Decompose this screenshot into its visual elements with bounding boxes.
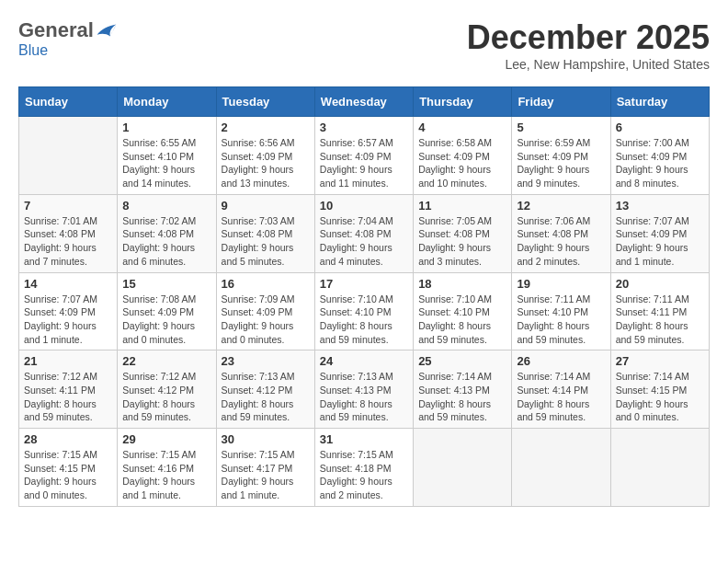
weekday-header-thursday: Thursday <box>414 87 512 117</box>
calendar-cell: 14Sunrise: 7:07 AMSunset: 4:09 PMDayligh… <box>19 272 118 350</box>
day-number: 14 <box>24 277 112 291</box>
calendar-cell: 1Sunrise: 6:55 AMSunset: 4:10 PMDaylight… <box>118 117 216 195</box>
day-info: Sunrise: 7:02 AMSunset: 4:08 PMDaylight:… <box>122 214 210 269</box>
day-info: Sunrise: 7:13 AMSunset: 4:13 PMDaylight:… <box>320 370 408 424</box>
day-info: Sunrise: 7:05 AMSunset: 4:08 PMDaylight:… <box>418 214 506 269</box>
day-number: 27 <box>616 354 704 368</box>
calendar-cell: 30Sunrise: 7:15 AMSunset: 4:17 PMDayligh… <box>216 429 314 507</box>
calendar-cell: 18Sunrise: 7:10 AMSunset: 4:10 PMDayligh… <box>414 272 512 350</box>
day-number: 25 <box>418 354 506 368</box>
day-info: Sunrise: 7:15 AMSunset: 4:15 PMDaylight:… <box>24 448 112 502</box>
title-block: December 2025 Lee, New Hampshire, United… <box>467 18 710 72</box>
location: Lee, New Hampshire, United States <box>467 57 710 72</box>
calendar-cell: 26Sunrise: 7:14 AMSunset: 4:14 PMDayligh… <box>512 350 610 429</box>
calendar-cell: 29Sunrise: 7:15 AMSunset: 4:16 PMDayligh… <box>118 429 216 507</box>
calendar-cell: 13Sunrise: 7:07 AMSunset: 4:09 PMDayligh… <box>610 194 709 272</box>
calendar-cell: 24Sunrise: 7:13 AMSunset: 4:13 PMDayligh… <box>314 350 413 429</box>
calendar-cell: 2Sunrise: 6:56 AMSunset: 4:09 PMDaylight… <box>216 117 314 195</box>
day-info: Sunrise: 7:14 AMSunset: 4:13 PMDaylight:… <box>418 370 506 424</box>
page-header: General Blue December 2025 Lee, New Hamp… <box>18 18 710 72</box>
logo-blue-text: Blue <box>18 42 48 59</box>
day-info: Sunrise: 7:11 AMSunset: 4:10 PMDaylight:… <box>517 293 605 347</box>
calendar-week-3: 14Sunrise: 7:07 AMSunset: 4:09 PMDayligh… <box>19 272 710 350</box>
day-number: 15 <box>122 277 210 291</box>
weekday-header-sunday: Sunday <box>19 87 118 117</box>
day-number: 13 <box>616 199 704 213</box>
calendar-cell: 9Sunrise: 7:03 AMSunset: 4:08 PMDaylight… <box>216 194 314 272</box>
calendar-week-4: 21Sunrise: 7:12 AMSunset: 4:11 PMDayligh… <box>19 350 710 429</box>
day-number: 5 <box>517 121 605 134</box>
day-number: 7 <box>24 199 112 213</box>
calendar-cell <box>512 429 610 507</box>
day-number: 4 <box>418 121 506 134</box>
weekday-header-saturday: Saturday <box>610 87 709 117</box>
day-info: Sunrise: 6:57 AMSunset: 4:09 PMDaylight:… <box>320 136 408 190</box>
calendar-cell: 11Sunrise: 7:05 AMSunset: 4:08 PMDayligh… <box>414 194 512 272</box>
day-info: Sunrise: 7:13 AMSunset: 4:12 PMDaylight:… <box>222 370 310 424</box>
day-number: 30 <box>222 432 310 446</box>
calendar-cell: 7Sunrise: 7:01 AMSunset: 4:08 PMDaylight… <box>19 194 118 272</box>
day-number: 22 <box>122 354 210 368</box>
day-number: 26 <box>517 354 605 368</box>
weekday-header-tuesday: Tuesday <box>216 87 314 117</box>
calendar-cell: 31Sunrise: 7:15 AMSunset: 4:18 PMDayligh… <box>314 429 413 507</box>
calendar-cell: 28Sunrise: 7:15 AMSunset: 4:15 PMDayligh… <box>19 429 118 507</box>
day-number: 21 <box>24 354 112 368</box>
day-info: Sunrise: 7:03 AMSunset: 4:08 PMDaylight:… <box>222 214 310 269</box>
calendar-week-5: 28Sunrise: 7:15 AMSunset: 4:15 PMDayligh… <box>19 429 710 507</box>
day-info: Sunrise: 7:10 AMSunset: 4:10 PMDaylight:… <box>418 293 506 347</box>
calendar-cell: 19Sunrise: 7:11 AMSunset: 4:10 PMDayligh… <box>512 272 610 350</box>
day-info: Sunrise: 6:59 AMSunset: 4:09 PMDaylight:… <box>517 136 605 190</box>
calendar-cell: 4Sunrise: 6:58 AMSunset: 4:09 PMDaylight… <box>414 117 512 195</box>
calendar-table: SundayMondayTuesdayWednesdayThursdayFrid… <box>18 86 710 507</box>
calendar-cell: 22Sunrise: 7:12 AMSunset: 4:12 PMDayligh… <box>118 350 216 429</box>
logo: General Blue <box>18 18 118 59</box>
day-number: 12 <box>517 199 605 213</box>
day-info: Sunrise: 7:09 AMSunset: 4:09 PMDaylight:… <box>222 293 310 347</box>
day-number: 1 <box>122 121 210 134</box>
month-title: December 2025 <box>467 18 710 57</box>
day-info: Sunrise: 7:15 AMSunset: 4:17 PMDaylight:… <box>222 448 310 502</box>
weekday-header-friday: Friday <box>512 87 610 117</box>
day-number: 19 <box>517 277 605 291</box>
day-info: Sunrise: 7:00 AMSunset: 4:09 PMDaylight:… <box>616 136 704 190</box>
calendar-cell: 6Sunrise: 7:00 AMSunset: 4:09 PMDaylight… <box>610 117 709 195</box>
calendar-cell: 27Sunrise: 7:14 AMSunset: 4:15 PMDayligh… <box>610 350 709 429</box>
day-number: 31 <box>320 432 408 446</box>
day-info: Sunrise: 7:07 AMSunset: 4:09 PMDaylight:… <box>24 293 112 347</box>
calendar-cell <box>19 117 118 195</box>
day-info: Sunrise: 7:11 AMSunset: 4:11 PMDaylight:… <box>616 293 704 347</box>
day-number: 17 <box>320 277 408 291</box>
day-info: Sunrise: 7:01 AMSunset: 4:08 PMDaylight:… <box>24 214 112 269</box>
calendar-cell: 12Sunrise: 7:06 AMSunset: 4:08 PMDayligh… <box>512 194 610 272</box>
day-number: 29 <box>122 432 210 446</box>
day-number: 9 <box>222 199 310 213</box>
day-number: 23 <box>222 354 310 368</box>
day-number: 6 <box>616 121 704 134</box>
day-number: 10 <box>320 199 408 213</box>
day-number: 28 <box>24 432 112 446</box>
day-info: Sunrise: 7:15 AMSunset: 4:18 PMDaylight:… <box>320 448 408 502</box>
calendar-cell: 20Sunrise: 7:11 AMSunset: 4:11 PMDayligh… <box>610 272 709 350</box>
calendar-cell: 25Sunrise: 7:14 AMSunset: 4:13 PMDayligh… <box>414 350 512 429</box>
calendar-cell: 23Sunrise: 7:13 AMSunset: 4:12 PMDayligh… <box>216 350 314 429</box>
weekday-header-row: SundayMondayTuesdayWednesdayThursdayFrid… <box>19 87 710 117</box>
day-number: 20 <box>616 277 704 291</box>
day-info: Sunrise: 7:04 AMSunset: 4:08 PMDaylight:… <box>320 214 408 269</box>
calendar-week-2: 7Sunrise: 7:01 AMSunset: 4:08 PMDaylight… <box>19 194 710 272</box>
calendar-cell: 10Sunrise: 7:04 AMSunset: 4:08 PMDayligh… <box>314 194 413 272</box>
day-info: Sunrise: 7:12 AMSunset: 4:12 PMDaylight:… <box>122 370 210 424</box>
day-info: Sunrise: 7:14 AMSunset: 4:14 PMDaylight:… <box>517 370 605 424</box>
weekday-header-wednesday: Wednesday <box>314 87 413 117</box>
weekday-header-monday: Monday <box>118 87 216 117</box>
day-number: 2 <box>222 121 310 134</box>
day-info: Sunrise: 6:58 AMSunset: 4:09 PMDaylight:… <box>418 136 506 190</box>
calendar-cell: 5Sunrise: 6:59 AMSunset: 4:09 PMDaylight… <box>512 117 610 195</box>
day-info: Sunrise: 7:06 AMSunset: 4:08 PMDaylight:… <box>517 214 605 269</box>
calendar-cell <box>414 429 512 507</box>
calendar-cell: 17Sunrise: 7:10 AMSunset: 4:10 PMDayligh… <box>314 272 413 350</box>
day-info: Sunrise: 7:07 AMSunset: 4:09 PMDaylight:… <box>616 214 704 269</box>
day-number: 8 <box>122 199 210 213</box>
day-info: Sunrise: 6:55 AMSunset: 4:10 PMDaylight:… <box>122 136 210 190</box>
logo-general: General <box>18 18 94 42</box>
